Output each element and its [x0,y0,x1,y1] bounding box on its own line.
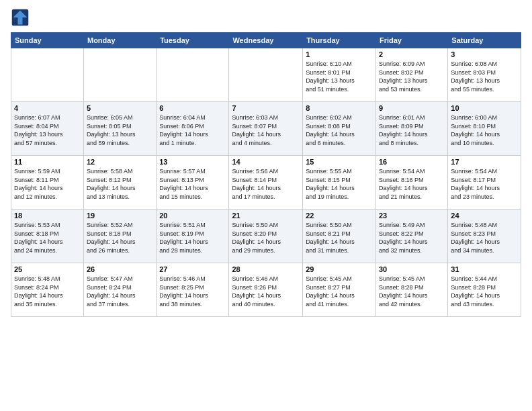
day-info: Sunrise: 5:56 AM Sunset: 8:14 PM Dayligh… [232,167,300,201]
day-number: 24 [451,212,518,220]
day-cell: 22Sunrise: 5:50 AM Sunset: 8:21 PM Dayli… [303,210,376,263]
day-cell: 27Sunrise: 5:46 AM Sunset: 8:25 PM Dayli… [157,263,229,317]
col-header-monday: Monday [83,33,156,48]
day-number: 7 [232,104,300,112]
day-cell: 5Sunrise: 6:05 AM Sunset: 8:05 PM Daylig… [83,102,156,156]
day-info: Sunrise: 6:02 AM Sunset: 8:08 PM Dayligh… [306,113,373,147]
day-info: Sunrise: 5:53 AM Sunset: 8:18 PM Dayligh… [14,221,81,255]
day-info: Sunrise: 5:49 AM Sunset: 8:22 PM Dayligh… [379,221,445,255]
day-number: 23 [379,212,445,220]
day-cell: 13Sunrise: 5:57 AM Sunset: 8:13 PM Dayli… [157,156,229,210]
day-cell [83,48,156,102]
day-cell: 26Sunrise: 5:47 AM Sunset: 8:24 PM Dayli… [83,263,156,317]
day-info: Sunrise: 6:04 AM Sunset: 8:06 PM Dayligh… [159,113,226,147]
day-number: 6 [159,104,226,112]
day-info: Sunrise: 5:45 AM Sunset: 8:27 PM Dayligh… [306,275,373,308]
day-info: Sunrise: 5:50 AM Sunset: 8:20 PM Dayligh… [232,221,300,255]
page: SundayMondayTuesdayWednesdayThursdayFrid… [0,0,532,411]
day-info: Sunrise: 5:52 AM Sunset: 8:18 PM Dayligh… [87,221,153,255]
week-row-4: 18Sunrise: 5:53 AM Sunset: 8:18 PM Dayli… [11,210,521,263]
day-info: Sunrise: 6:03 AM Sunset: 8:07 PM Dayligh… [232,113,300,147]
col-header-thursday: Thursday [303,33,376,48]
day-info: Sunrise: 6:08 AM Sunset: 8:03 PM Dayligh… [451,60,518,93]
day-number: 2 [379,50,445,58]
day-cell: 7Sunrise: 6:03 AM Sunset: 8:07 PM Daylig… [229,102,303,156]
day-cell: 31Sunrise: 5:44 AM Sunset: 8:28 PM Dayli… [448,263,521,317]
header [11,8,521,27]
day-number: 17 [451,158,518,166]
day-cell: 10Sunrise: 6:00 AM Sunset: 8:10 PM Dayli… [448,102,521,156]
logo [11,8,32,27]
day-number: 31 [451,265,518,273]
day-number: 13 [159,158,226,166]
day-number: 30 [379,265,445,273]
day-info: Sunrise: 5:58 AM Sunset: 8:12 PM Dayligh… [87,167,153,201]
day-number: 1 [306,50,373,58]
day-info: Sunrise: 5:59 AM Sunset: 8:11 PM Dayligh… [14,167,81,201]
col-header-friday: Friday [375,33,447,48]
day-info: Sunrise: 5:46 AM Sunset: 8:26 PM Dayligh… [232,275,300,308]
day-cell: 24Sunrise: 5:48 AM Sunset: 8:23 PM Dayli… [448,210,521,263]
day-cell: 6Sunrise: 6:04 AM Sunset: 8:06 PM Daylig… [157,102,229,156]
day-number: 4 [14,104,81,112]
day-cell: 15Sunrise: 5:55 AM Sunset: 8:15 PM Dayli… [303,156,376,210]
day-info: Sunrise: 5:46 AM Sunset: 8:25 PM Dayligh… [159,275,226,308]
col-header-sunday: Sunday [11,33,84,48]
day-number: 21 [232,212,300,220]
day-cell: 4Sunrise: 6:07 AM Sunset: 8:04 PM Daylig… [11,102,84,156]
day-cell [157,48,229,102]
day-cell: 25Sunrise: 5:48 AM Sunset: 8:24 PM Dayli… [11,263,84,317]
day-number: 9 [379,104,445,112]
day-cell: 12Sunrise: 5:58 AM Sunset: 8:12 PM Dayli… [83,156,156,210]
day-info: Sunrise: 5:50 AM Sunset: 8:21 PM Dayligh… [306,221,373,255]
day-info: Sunrise: 6:00 AM Sunset: 8:10 PM Dayligh… [451,113,518,147]
day-cell: 19Sunrise: 5:52 AM Sunset: 8:18 PM Dayli… [83,210,156,263]
day-number: 20 [159,212,226,220]
calendar: SundayMondayTuesdayWednesdayThursdayFrid… [11,32,521,317]
week-row-5: 25Sunrise: 5:48 AM Sunset: 8:24 PM Dayli… [11,263,521,317]
day-cell: 28Sunrise: 5:46 AM Sunset: 8:26 PM Dayli… [229,263,303,317]
day-info: Sunrise: 5:48 AM Sunset: 8:24 PM Dayligh… [14,275,81,308]
week-row-1: 1Sunrise: 6:10 AM Sunset: 8:01 PM Daylig… [11,48,521,102]
day-cell: 3Sunrise: 6:08 AM Sunset: 8:03 PM Daylig… [448,48,521,102]
day-info: Sunrise: 6:10 AM Sunset: 8:01 PM Dayligh… [306,60,373,93]
logo-icon [11,8,30,27]
day-number: 29 [306,265,373,273]
day-number: 16 [379,158,445,166]
day-number: 5 [87,104,153,112]
day-cell: 16Sunrise: 5:54 AM Sunset: 8:16 PM Dayli… [375,156,447,210]
day-number: 18 [14,212,81,220]
day-cell: 14Sunrise: 5:56 AM Sunset: 8:14 PM Dayli… [229,156,303,210]
day-cell: 17Sunrise: 5:54 AM Sunset: 8:17 PM Dayli… [448,156,521,210]
day-number: 26 [87,265,153,273]
day-number: 25 [14,265,81,273]
day-number: 22 [306,212,373,220]
day-info: Sunrise: 6:09 AM Sunset: 8:02 PM Dayligh… [379,60,445,93]
day-number: 27 [159,265,226,273]
day-cell: 29Sunrise: 5:45 AM Sunset: 8:27 PM Dayli… [303,263,376,317]
day-number: 19 [87,212,153,220]
day-info: Sunrise: 6:07 AM Sunset: 8:04 PM Dayligh… [14,113,81,147]
day-info: Sunrise: 5:54 AM Sunset: 8:17 PM Dayligh… [451,167,518,201]
day-info: Sunrise: 5:51 AM Sunset: 8:19 PM Dayligh… [159,221,226,255]
day-cell: 21Sunrise: 5:50 AM Sunset: 8:20 PM Dayli… [229,210,303,263]
day-number: 8 [306,104,373,112]
day-info: Sunrise: 5:45 AM Sunset: 8:28 PM Dayligh… [379,275,445,308]
day-number: 14 [232,158,300,166]
week-row-2: 4Sunrise: 6:07 AM Sunset: 8:04 PM Daylig… [11,102,521,156]
day-number: 10 [451,104,518,112]
header-row: SundayMondayTuesdayWednesdayThursdayFrid… [11,33,521,48]
week-row-3: 11Sunrise: 5:59 AM Sunset: 8:11 PM Dayli… [11,156,521,210]
day-cell: 8Sunrise: 6:02 AM Sunset: 8:08 PM Daylig… [303,102,376,156]
col-header-tuesday: Tuesday [157,33,229,48]
col-header-wednesday: Wednesday [229,33,303,48]
day-cell [11,48,84,102]
day-cell: 18Sunrise: 5:53 AM Sunset: 8:18 PM Dayli… [11,210,84,263]
day-cell: 20Sunrise: 5:51 AM Sunset: 8:19 PM Dayli… [157,210,229,263]
day-info: Sunrise: 6:01 AM Sunset: 8:09 PM Dayligh… [379,113,445,147]
day-cell [229,48,303,102]
day-cell: 2Sunrise: 6:09 AM Sunset: 8:02 PM Daylig… [375,48,447,102]
day-number: 12 [87,158,153,166]
day-number: 28 [232,265,300,273]
day-info: Sunrise: 5:48 AM Sunset: 8:23 PM Dayligh… [451,221,518,255]
